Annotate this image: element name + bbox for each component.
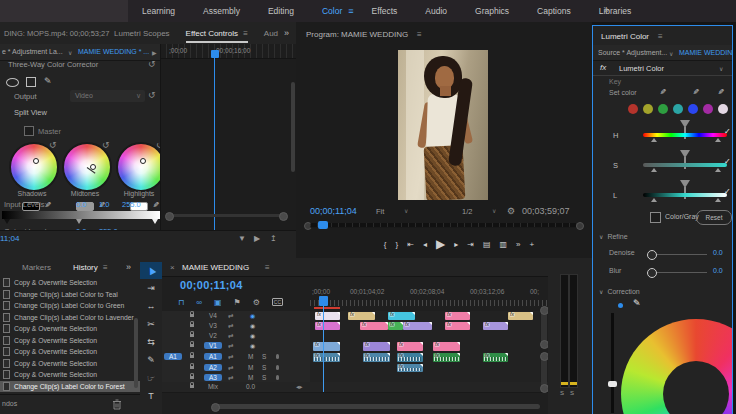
workspace-tab-assembly[interactable]: Assembly xyxy=(189,6,254,16)
track-select-forward-tool[interactable]: ⇥ xyxy=(140,280,162,297)
range-handle[interactable] xyxy=(715,168,721,172)
trash-icon[interactable] xyxy=(112,399,122,412)
history-item[interactable]: Copy & Overwrite Selection xyxy=(0,335,140,347)
track-name[interactable]: A2 xyxy=(204,364,222,371)
color-gray-checkbox[interactable] xyxy=(650,212,661,223)
settings-wrench-icon[interactable]: ⚙ xyxy=(253,298,260,307)
scrubber-end[interactable] xyxy=(576,222,584,230)
playback-resolution-select[interactable]: 1/2 xyxy=(462,207,472,216)
settings-wrench-icon[interactable]: ⚙ xyxy=(507,206,515,216)
ellipse-mask-icon[interactable] xyxy=(6,78,19,87)
levels-gradient-slider[interactable] xyxy=(2,211,160,219)
range-handle[interactable] xyxy=(651,138,657,142)
video-clip[interactable]: fx xyxy=(363,342,390,351)
wheel-indicator[interactable] xyxy=(140,158,146,164)
video-clip[interactable]: fx xyxy=(483,322,508,330)
history-scrollbar[interactable] xyxy=(134,318,138,388)
pen-tool[interactable]: ✎ xyxy=(140,352,162,369)
audio-clip[interactable]: fx xyxy=(483,353,508,362)
lift-button[interactable]: ▤ xyxy=(483,240,491,249)
slip-tool[interactable]: ⇆ xyxy=(140,334,162,351)
param-slider-track[interactable] xyxy=(651,254,707,255)
param-value[interactable]: 0.0 xyxy=(713,249,723,256)
video-clip[interactable]: fx xyxy=(315,312,340,320)
slider-gradient-bar[interactable] xyxy=(643,133,727,137)
check-icon[interactable]: ✓ xyxy=(724,127,731,136)
lumetri-tab[interactable]: Lumetri Color xyxy=(601,32,649,41)
lock-icon[interactable] xyxy=(190,385,194,388)
reset-wheel-icon[interactable]: ↺ xyxy=(102,140,110,150)
lock-icon[interactable] xyxy=(190,355,194,358)
audio-clip[interactable]: fx xyxy=(433,353,460,362)
playhead[interactable] xyxy=(319,296,328,306)
chevron-down-icon[interactable]: ∨ xyxy=(719,65,723,72)
tab-aud[interactable]: Aud xyxy=(264,29,278,43)
lock-icon[interactable] xyxy=(190,314,194,317)
reset-button[interactable]: Reset xyxy=(696,210,732,225)
mini-horizontal-scrollbar[interactable] xyxy=(169,214,285,217)
audio-clip[interactable]: fx xyxy=(313,353,340,362)
luma-vertical-slider[interactable] xyxy=(611,313,614,413)
range-handle[interactable] xyxy=(715,198,721,202)
master-checkbox[interactable] xyxy=(24,126,34,136)
refine-section[interactable]: ∨Refine xyxy=(599,233,628,240)
track-name[interactable]: A3 xyxy=(204,374,222,381)
split-view-row[interactable]: Split View xyxy=(0,108,160,122)
param-slider-track[interactable] xyxy=(651,272,707,273)
luma-slider-handle[interactable] xyxy=(608,381,617,387)
panel-menu-icon[interactable]: ≡ xyxy=(265,263,270,272)
workspace-tab-effects[interactable]: Effects xyxy=(358,6,412,16)
add-button[interactable]: + xyxy=(529,240,534,249)
eyedropper-icon[interactable]: ✎ xyxy=(633,298,641,308)
slider-gradient-bar[interactable] xyxy=(643,163,727,167)
lock-icon[interactable] xyxy=(190,376,194,379)
selection-tool[interactable]: ▶ xyxy=(140,262,162,279)
video-clip[interactable]: fx xyxy=(445,322,470,330)
track-header-mix[interactable]: Mix0.0◂▸ xyxy=(162,382,548,393)
output-dropdown[interactable]: Video∨ xyxy=(70,90,145,102)
go-to-out-button[interactable]: ⇥ xyxy=(467,240,474,249)
extract-button[interactable]: ▥ xyxy=(499,240,507,249)
pen-mask-icon[interactable]: ✎ xyxy=(44,76,52,86)
slider-handle[interactable] xyxy=(680,180,690,188)
type-tool[interactable]: T xyxy=(140,388,162,405)
scrollbar-end-handle[interactable] xyxy=(211,403,220,412)
zoom-select[interactable]: Fit xyxy=(376,207,384,216)
history-item[interactable]: Copy & Overwrite Selection xyxy=(0,358,140,370)
check-icon[interactable]: ✓ xyxy=(724,157,731,166)
sync-lock-icon[interactable]: ⇄ xyxy=(228,312,233,320)
key-swatch-1[interactable] xyxy=(643,104,653,114)
chevron-right-icon[interactable]: ▶ xyxy=(152,49,157,56)
ripple-edit-tool[interactable]: ↔ xyxy=(140,298,162,315)
play-only-icon[interactable]: ▶ xyxy=(254,234,260,243)
panel-overflow-icon[interactable]: » xyxy=(284,28,289,38)
linked-selection-icon[interactable]: ∞ xyxy=(196,298,202,307)
program-timecode[interactable]: 00;00;11;04 xyxy=(310,206,357,216)
play-button[interactable]: ▶ xyxy=(436,237,445,251)
tab-effect-controls[interactable]: Effect Controls ≡ xyxy=(186,29,248,43)
range-handle[interactable] xyxy=(651,168,657,172)
history-item[interactable]: Copy & Overwrite Selection xyxy=(0,369,140,381)
video-clip[interactable]: fx xyxy=(433,342,460,351)
gamma-handle[interactable] xyxy=(76,219,82,224)
tab-lumetri-scopes[interactable]: Lumetri Scopes xyxy=(114,29,170,43)
key-swatch-6[interactable] xyxy=(718,104,728,114)
voiceover-mic-icon[interactable] xyxy=(276,375,279,380)
sync-lock-icon[interactable]: ⇄ xyxy=(228,332,233,340)
range-handle[interactable] xyxy=(715,138,721,142)
step-forward-button[interactable]: ▸ xyxy=(454,240,458,249)
tab-history[interactable]: History ≡ xyxy=(73,263,108,272)
hsl-slider-s[interactable]: S✓ xyxy=(593,149,732,179)
audio-clip[interactable]: fx xyxy=(363,353,390,362)
timeline-tab[interactable]: MAMIE WEDDING xyxy=(182,263,249,272)
track-output-eye-icon[interactable]: ◉ xyxy=(250,332,255,339)
chevron-down-icon[interactable]: ∨ xyxy=(669,50,673,57)
video-clip[interactable]: fx xyxy=(388,312,415,320)
key-swatch-4[interactable] xyxy=(688,104,698,114)
video-clip[interactable]: fx xyxy=(348,312,375,320)
slider-gradient-bar[interactable] xyxy=(643,193,727,197)
chevron-down-icon[interactable]: ∨ xyxy=(68,49,72,56)
hsl-slider-l[interactable]: L✓ xyxy=(593,179,732,209)
correction-color-wheel[interactable] xyxy=(621,319,733,414)
high-handle[interactable] xyxy=(152,219,158,224)
